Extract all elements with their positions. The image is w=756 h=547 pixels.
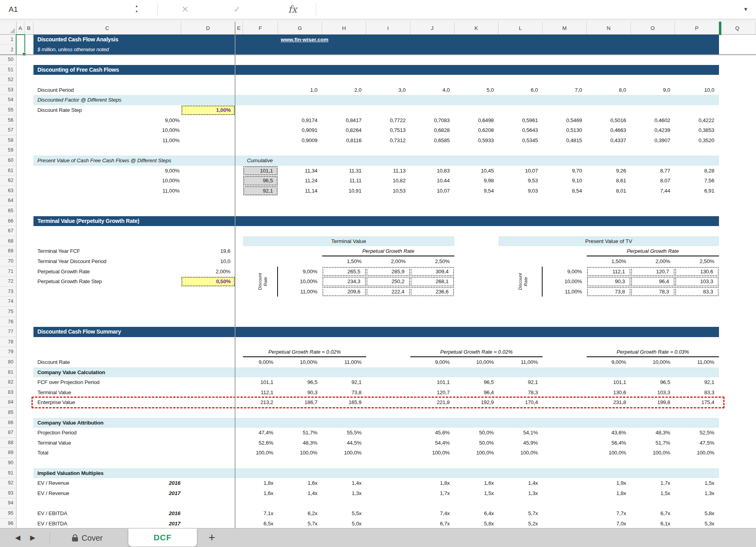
row-header-87[interactable]: 87 [0,428,17,438]
row-header-54[interactable]: 54 [0,95,17,105]
cell-M62[interactable]: 9,10 [543,176,587,186]
cell-K95[interactable]: 6,4x [454,508,498,519]
row-header-66[interactable]: 66 [0,216,17,226]
column-header-K[interactable]: K [454,22,498,35]
cell-D55[interactable]: 1,00% [182,106,235,115]
cell-F89[interactable]: 100,0% [243,448,278,458]
cell-N84[interactable]: 231,8 [587,397,631,408]
cell-C60[interactable]: Present Value of Cash Free Cash Flows @ … [33,156,181,166]
cell-J71[interactable]: 309,4 [411,267,454,276]
group-header-row69[interactable]: Perpetual Growth Rate [322,246,454,256]
cell-M58[interactable]: 0,4815 [543,135,587,146]
cell-P72[interactable]: 103,3 [675,277,719,286]
cell-C58[interactable]: 11,00% [33,135,181,146]
cell-L95[interactable]: 5,7x [498,508,543,519]
cell-P63[interactable]: 6,91 [675,186,719,196]
cell-C92[interactable]: 2016 [33,478,181,488]
cell-F95[interactable]: 7,1x [243,508,278,519]
cell-J83[interactable]: 120,7 [410,388,454,398]
row-header-89[interactable]: 89 [0,448,17,458]
row-header-74[interactable]: 74 [0,297,17,307]
cell-M57[interactable]: 0,5130 [543,125,587,135]
cell-K53[interactable]: 5,0 [454,85,498,95]
cell-L89[interactable]: 100,0% [498,448,543,458]
cell-C86[interactable]: Company Value Attribution [33,418,181,428]
cell-J56[interactable]: 0,7083 [410,115,454,126]
cell-F82[interactable]: 101,1 [243,377,278,388]
row-header-67[interactable]: 67 [0,226,17,236]
cell-L88[interactable]: 45,9% [498,438,543,448]
cell-J95[interactable]: 7,4x [410,508,454,519]
cell-G72[interactable]: 10,00% [278,276,322,287]
row-header-52[interactable]: 52 [0,75,17,85]
cell-J82[interactable]: 101,1 [410,377,454,388]
cell-H87[interactable]: 55,5% [322,428,366,438]
cell-N61[interactable]: 9,26 [587,166,631,176]
cell-L80[interactable]: 11,00% [498,357,543,367]
cell-P82[interactable]: 92,1 [675,377,719,388]
row-header-78[interactable]: 78 [0,337,17,347]
cell-J87[interactable]: 45,6% [410,428,454,438]
tab-dcf-active[interactable]: DCF [128,528,197,547]
cell-H96[interactable]: 5,0x [322,519,366,528]
row-header-57[interactable]: 57 [0,125,17,135]
cell-J62[interactable]: 10,44 [410,176,454,186]
cell-H63[interactable]: 10,91 [322,186,366,196]
cell-G87[interactable]: 51,7% [278,428,322,438]
table-title-row68[interactable]: Present Value of TV [498,236,719,247]
cell-J96[interactable]: 6,7x [410,519,454,528]
cell-C70[interactable]: Terminal Year Discount Period [33,256,181,267]
cell-G53[interactable]: 1,0 [278,85,322,95]
select-all-corner[interactable] [0,22,17,35]
cell-F93[interactable]: 1,6x [243,488,278,499]
cell-O73[interactable]: 78,3 [631,287,674,297]
cell-G57[interactable]: 0,9091 [278,125,322,135]
row-header-82[interactable]: 82 [0,377,17,388]
next-sheet-icon[interactable]: ▶ [26,528,39,547]
cell-C57[interactable]: 10,00% [33,125,181,135]
row-header-1[interactable]: 1 [0,35,17,45]
cell-F83[interactable]: 112,1 [243,388,278,398]
cell-H70[interactable]: 1,50% [322,256,366,267]
column-header-L[interactable]: L [498,22,543,35]
row-header-81[interactable]: 81 [0,367,17,378]
cell-K82[interactable]: 96,5 [454,377,498,388]
cell-C93[interactable]: 2017 [33,488,181,499]
cell-N89[interactable]: 100,0% [587,448,631,458]
cell-O57[interactable]: 0,4239 [631,125,675,135]
cell-K88[interactable]: 50,0% [454,438,498,448]
cell-P93[interactable]: 1,3x [675,488,719,499]
cell-N62[interactable]: 8,61 [587,176,631,186]
cell-O87[interactable]: 48,3% [631,428,675,438]
cell-F61[interactable]: 101,1 [243,166,278,176]
cell-H53[interactable]: 2,0 [322,85,366,95]
group-header-row79[interactable]: Perpetual Growth Rate = 0.03% [587,347,719,357]
enter-icon[interactable]: ✓ [228,0,246,19]
column-header-E[interactable]: E [235,22,243,35]
cell-M71[interactable]: 9,00% [543,267,587,277]
cell-L96[interactable]: 5,2x [498,519,543,528]
cell-N93[interactable]: 1,8x [587,488,631,499]
cell-L53[interactable]: 6,0 [498,85,543,95]
cell-C63[interactable]: 11,00% [33,186,181,196]
cell-K61[interactable]: 10,45 [454,166,498,176]
cancel-icon[interactable]: ✕ [176,0,194,19]
row-header-79[interactable]: 79 [0,347,17,357]
cell-F84[interactable]: 213,2 [243,397,278,408]
cell-H92[interactable]: 1,4x [322,478,366,488]
cell-G58[interactable]: 0,9009 [278,135,322,146]
cell-H82[interactable]: 92,1 [322,377,366,388]
column-header-B[interactable]: B [24,22,33,35]
cell-I56[interactable]: 0,7722 [366,115,410,126]
cell-H62[interactable]: 11,11 [322,176,366,186]
cell-K84[interactable]: 192,9 [454,397,498,408]
cell-I73[interactable]: 222,4 [367,287,410,297]
row-header-72[interactable]: 72 [0,276,17,287]
cell-C80[interactable]: Discount Rate [33,357,181,367]
cell-O80[interactable]: 10,00% [631,357,675,367]
cell-L56[interactable]: 0,5961 [498,115,543,126]
cell-M72[interactable]: 10,00% [543,276,587,287]
row-header-71[interactable]: 71 [0,267,17,277]
cell-G82[interactable]: 96,5 [278,377,322,388]
cell-O95[interactable]: 6,7x [631,508,675,519]
